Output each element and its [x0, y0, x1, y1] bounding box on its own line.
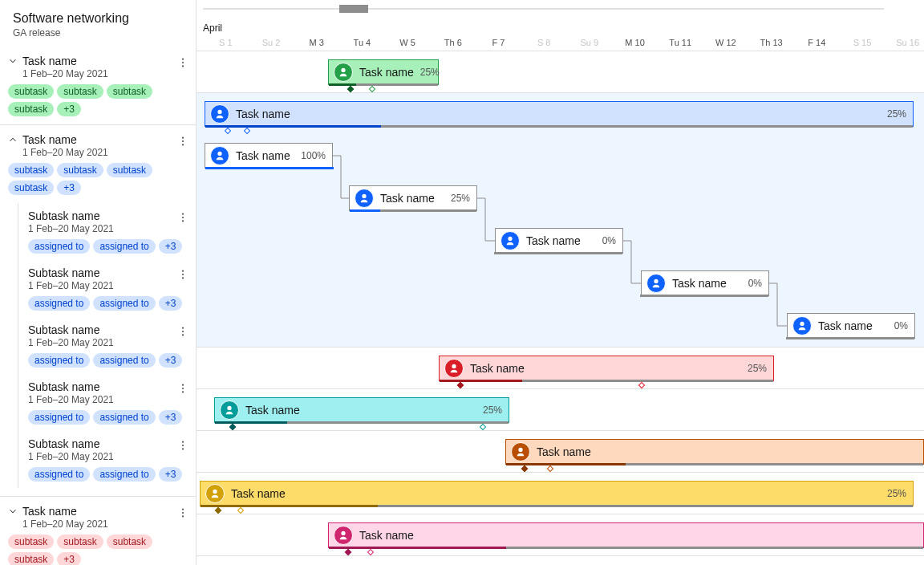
assigned-tag[interactable]: assigned to — [28, 410, 90, 425]
gantt-bar[interactable]: Task name25% — [328, 59, 439, 85]
subtask-tag[interactable]: subtask — [107, 535, 152, 549]
subtask-name[interactable]: Subtask name — [28, 380, 172, 393]
bar-percentage: 0% — [602, 235, 616, 246]
bar-percentage: 25% — [748, 363, 767, 374]
svg-point-21 — [182, 509, 184, 510]
gantt-bar[interactable]: Task name — [505, 439, 924, 465]
gantt-bar[interactable]: Task name25% — [214, 397, 509, 423]
timeline-row: Task name25% — [197, 348, 924, 389]
assigned-tag[interactable]: assigned to — [28, 239, 90, 254]
milestone-icon[interactable] — [480, 424, 486, 430]
subtask-tag[interactable]: subtask — [8, 552, 54, 565]
subtask-dates: 1 Feb–20 May 2021 — [28, 394, 172, 405]
gantt-bar[interactable]: Task name0% — [641, 270, 769, 296]
assigned-tag[interactable]: assigned to — [28, 467, 90, 482]
subtask-name[interactable]: Subtask name — [28, 266, 172, 279]
overflow-menu-icon[interactable] — [176, 56, 189, 69]
task-name[interactable]: Task name — [22, 133, 172, 146]
milestone-icon[interactable] — [521, 465, 528, 472]
more-tag[interactable]: +3 — [159, 353, 183, 368]
user-avatar-icon — [444, 359, 464, 378]
subtask-tag[interactable]: subtask — [107, 84, 152, 99]
assigned-tag[interactable]: assigned to — [28, 353, 90, 368]
scrubber-handle[interactable] — [339, 5, 368, 13]
subtask-tag[interactable]: subtask — [8, 84, 54, 99]
more-tag[interactable]: +3 — [159, 467, 183, 482]
subtask-name[interactable]: Subtask name — [28, 437, 172, 450]
bar-task-name: Task name — [359, 66, 414, 79]
milestone-icon[interactable] — [638, 382, 645, 388]
subtask-tag[interactable]: subtask — [8, 163, 54, 177]
user-avatar-icon — [334, 63, 353, 82]
subtask-dates: 1 Feb–20 May 2021 — [28, 223, 172, 234]
timeline-row: Task name25% — [197, 389, 924, 431]
more-tag[interactable]: +3 — [159, 410, 183, 425]
overflow-menu-icon[interactable] — [176, 268, 189, 281]
bar-task-name: Task name — [470, 362, 741, 375]
overflow-menu-icon[interactable] — [176, 506, 189, 519]
svg-point-1 — [182, 62, 184, 63]
assigned-tag[interactable]: assigned to — [93, 239, 155, 254]
milestone-icon[interactable] — [244, 128, 250, 134]
more-tag[interactable]: +3 — [57, 102, 81, 116]
svg-point-8 — [182, 220, 184, 222]
overflow-menu-icon[interactable] — [176, 135, 189, 148]
assigned-tag[interactable]: assigned to — [93, 467, 155, 482]
chevron-down-icon[interactable] — [8, 506, 18, 518]
milestone-icon[interactable] — [367, 549, 374, 555]
milestone-icon[interactable] — [369, 86, 375, 92]
subtask-name[interactable]: Subtask name — [28, 209, 172, 222]
task-dates: 1 Feb–20 May 2021 — [22, 147, 172, 158]
more-tag[interactable]: +3 — [57, 552, 81, 565]
gantt-bar[interactable]: Task name25% — [205, 101, 914, 127]
gantt-bar[interactable]: Task name0% — [495, 228, 623, 254]
task-name[interactable]: Task name — [22, 505, 172, 518]
bar-task-name: Task name — [236, 149, 294, 162]
assigned-tag[interactable]: assigned to — [28, 296, 90, 311]
subtask-tag[interactable]: subtask — [8, 535, 54, 549]
overflow-menu-icon[interactable] — [176, 325, 189, 338]
timeline-scrubber[interactable] — [203, 6, 884, 11]
subtask-tag[interactable]: subtask — [57, 84, 103, 99]
overflow-menu-icon[interactable] — [176, 211, 189, 224]
milestone-icon[interactable] — [215, 507, 221, 514]
milestone-icon[interactable] — [457, 382, 464, 388]
svg-point-9 — [182, 270, 184, 272]
day-column: Th 6 — [430, 38, 476, 47]
milestone-icon[interactable] — [225, 128, 231, 134]
gantt-bar[interactable]: Task name0% — [787, 313, 915, 339]
milestone-icon[interactable] — [347, 86, 354, 92]
svg-point-17 — [182, 391, 184, 392]
chevron-up-icon[interactable] — [8, 135, 18, 147]
milestone-icon[interactable] — [547, 465, 553, 472]
subtask-tag[interactable]: subtask — [8, 181, 54, 195]
task-name[interactable]: Task name — [22, 55, 172, 67]
more-tag[interactable]: +3 — [159, 239, 183, 254]
gantt-bar[interactable]: Task name25% — [200, 481, 914, 506]
svg-point-11 — [182, 277, 184, 278]
user-avatar-icon — [511, 442, 530, 461]
milestone-icon[interactable] — [229, 424, 236, 430]
timeline-row: Task name — [197, 431, 924, 473]
gantt-bar[interactable]: Task name25% — [439, 356, 774, 381]
overflow-menu-icon[interactable] — [176, 439, 189, 452]
assigned-tag[interactable]: assigned to — [93, 296, 155, 311]
gantt-bar[interactable]: Task name25% — [349, 185, 477, 211]
overflow-menu-icon[interactable] — [176, 382, 189, 395]
milestone-icon[interactable] — [345, 549, 351, 555]
assigned-tag[interactable]: assigned to — [93, 410, 155, 425]
subtask-tag[interactable]: subtask — [57, 163, 103, 177]
gantt-bar[interactable]: Task name100% — [205, 143, 333, 169]
more-tag[interactable]: +3 — [159, 296, 183, 311]
subtask-tag[interactable]: subtask — [8, 102, 54, 116]
more-tag[interactable]: +3 — [57, 181, 81, 195]
svg-point-7 — [182, 217, 184, 218]
assigned-tag[interactable]: assigned to — [93, 353, 155, 368]
milestone-icon[interactable] — [237, 507, 244, 514]
subtask-name[interactable]: Subtask name — [28, 323, 172, 336]
day-column: Th 13 — [748, 38, 794, 47]
gantt-bar[interactable]: Task name — [328, 522, 924, 548]
chevron-down-icon[interactable] — [8, 56, 18, 68]
subtask-tag[interactable]: subtask — [107, 163, 152, 177]
subtask-tag[interactable]: subtask — [57, 535, 103, 549]
